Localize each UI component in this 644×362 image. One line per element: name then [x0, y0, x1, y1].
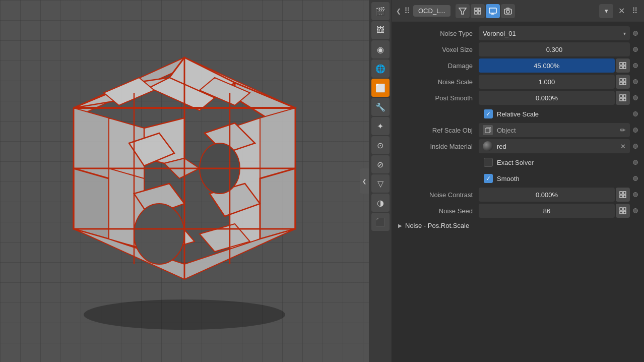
constraints-icon: ⊘: [377, 160, 383, 169]
smooth-row: ✓ Smooth: [398, 171, 638, 186]
noise-seed-input[interactable]: 86: [479, 204, 615, 218]
render-icon: 🎬: [375, 7, 385, 16]
section-collapsed-arrow-icon: ▶: [398, 223, 402, 228]
svg-point-25: [134, 204, 184, 264]
ref-scale-obj-row: Ref Scale Obj Object ✏: [398, 123, 638, 137]
toolbar-btn-image[interactable]: 🖼: [371, 21, 390, 39]
svg-rect-64: [623, 192, 626, 194]
svg-rect-56: [623, 98, 626, 101]
panel-dropdown-button[interactable]: ▾: [599, 4, 613, 18]
dropdown-arrow-icon: ▾: [605, 7, 608, 15]
damage-dot[interactable]: [633, 63, 638, 68]
svg-marker-35: [459, 8, 466, 14]
panel-title[interactable]: OCD_L...: [413, 5, 450, 17]
inside-material-clear-button[interactable]: ✕: [620, 143, 626, 150]
relative-scale-label: Relative Scale: [497, 110, 539, 118]
ref-scale-obj-input[interactable]: Object ✏: [479, 123, 630, 137]
voxel-size-control: 0.300: [479, 42, 630, 56]
select-icon-btn[interactable]: [471, 4, 485, 18]
noise-type-dot[interactable]: [633, 31, 638, 36]
panel-drag-handle: ⠿: [404, 6, 410, 16]
svg-rect-51: [620, 82, 622, 85]
post-smooth-label: Post Smooth: [398, 94, 479, 102]
voxel-size-input[interactable]: 0.300: [479, 42, 630, 56]
smooth-label: Smooth: [497, 175, 520, 183]
noise-type-dropdown[interactable]: Voronoi_01 ▾: [479, 26, 630, 40]
noise-scale-expand-button[interactable]: [616, 75, 630, 89]
panel-header-chevron[interactable]: ❮: [396, 8, 401, 15]
toolbar-btn-shader[interactable]: ◉: [371, 40, 390, 58]
collapse-icon: ❮: [362, 178, 366, 184]
toolbar-btn-constraints[interactable]: ⊘: [371, 155, 390, 173]
smooth-dot[interactable]: [633, 176, 638, 181]
modifiers-icon: ▽: [377, 179, 383, 189]
inside-material-label: Inside Material: [398, 143, 479, 150]
damage-row: Damage 45.000%: [398, 58, 638, 73]
particles-icon: ✦: [377, 122, 383, 131]
inside-material-input[interactable]: red ✕: [479, 139, 630, 153]
inside-material-dot[interactable]: [633, 144, 638, 149]
cube-icon: [484, 127, 491, 134]
filter-icon-btn[interactable]: [456, 4, 470, 18]
noise-contrast-input-group: 0.000%: [479, 188, 630, 202]
noise-type-arrow-icon: ▾: [623, 31, 626, 36]
toolbar-btn-world[interactable]: 🌐: [371, 59, 390, 78]
expand-icon: [619, 62, 626, 69]
post-smooth-input[interactable]: 0.000%: [479, 91, 615, 105]
viewport-content: [0, 0, 369, 362]
svg-rect-67: [620, 208, 622, 210]
toolbar-btn-object[interactable]: ⬜: [371, 79, 390, 97]
camera-icon-btn[interactable]: [501, 4, 515, 18]
noise-contrast-dot[interactable]: [633, 192, 638, 197]
toolbar-btn-material[interactable]: ⬛: [371, 213, 390, 231]
noise-scale-input[interactable]: 1.000: [479, 75, 615, 89]
toolbar-btn-data[interactable]: ◑: [371, 194, 390, 212]
relative-scale-checkbox[interactable]: ✓: [484, 109, 493, 118]
noise-seed-dot[interactable]: [633, 208, 638, 213]
noise-seed-expand-button[interactable]: [616, 204, 630, 218]
object-icon: ⬜: [375, 83, 385, 93]
damage-input[interactable]: 45.000%: [479, 58, 615, 73]
noise-pos-rot-scale-section[interactable]: ▶ Noise - Pos.Rot.Scale: [398, 220, 638, 231]
svg-rect-68: [623, 208, 626, 210]
noise-scale-input-group: 1.000: [479, 75, 630, 89]
relative-scale-dot[interactable]: [633, 111, 638, 116]
noise-contrast-label: Noise Contrast: [398, 191, 479, 199]
wrench-icon: 🔧: [375, 102, 385, 112]
svg-rect-49: [620, 79, 622, 81]
noise-scale-label: Noise Scale: [398, 78, 479, 86]
noise-scale-dot[interactable]: [633, 79, 638, 84]
voxel-size-dot[interactable]: [633, 47, 638, 52]
post-smooth-row: Post Smooth 0.000%: [398, 91, 638, 105]
eyedropper-icon[interactable]: ✏: [620, 126, 626, 134]
noise-contrast-expand-button[interactable]: [616, 188, 630, 202]
noise-contrast-input[interactable]: 0.000%: [479, 188, 615, 202]
smooth-checkbox[interactable]: ✓: [484, 174, 493, 183]
toolbar-btn-particles[interactable]: ✦: [371, 117, 390, 135]
noise-scale-control: 1.000: [479, 75, 630, 89]
panel-close-button[interactable]: ✕: [616, 5, 627, 17]
ref-scale-obj-control: Object ✏: [479, 123, 630, 137]
post-smooth-expand-button[interactable]: [616, 91, 630, 105]
post-smooth-dot[interactable]: [633, 95, 638, 100]
svg-rect-39: [478, 12, 481, 14]
svg-rect-65: [620, 195, 622, 198]
svg-rect-45: [620, 63, 622, 65]
noise-contrast-row: Noise Contrast 0.000%: [398, 188, 638, 202]
viewport-collapse-button[interactable]: ❮: [360, 168, 369, 194]
exact-solver-checkbox[interactable]: [484, 158, 493, 167]
noise-scale-row: Noise Scale 1.000: [398, 75, 638, 89]
toolbar-btn-render[interactable]: 🎬: [371, 2, 390, 20]
panel-grid-button[interactable]: ⠿: [630, 5, 640, 17]
damage-expand-button[interactable]: [616, 58, 630, 73]
monitor-icon-btn[interactable]: [486, 4, 500, 18]
svg-rect-46: [623, 63, 626, 65]
toolbar-btn-physics[interactable]: ⊙: [371, 136, 390, 154]
svg-rect-52: [623, 82, 626, 85]
ref-scale-obj-dot[interactable]: [633, 128, 638, 133]
exact-solver-row: Exact Solver: [398, 155, 638, 169]
exact-solver-dot[interactable]: [633, 160, 638, 165]
filter-icon: [459, 7, 467, 15]
toolbar-btn-wrench[interactable]: 🔧: [371, 98, 390, 116]
toolbar-btn-modifiers[interactable]: ▽: [371, 174, 390, 193]
